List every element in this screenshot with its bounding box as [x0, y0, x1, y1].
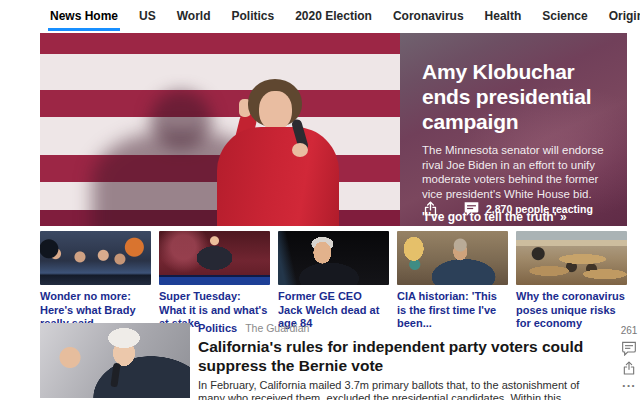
speaker-red-outfit — [217, 127, 339, 226]
hero-text-panel: Amy Klobuchar ends presidential campaign… — [400, 33, 627, 226]
share-icon[interactable] — [621, 360, 637, 376]
story-card-brady[interactable]: Wonder no more: Here's what Brady really… — [40, 231, 151, 331]
nav-item-news-home[interactable]: News Home — [50, 9, 118, 23]
nav-item-coronavirus[interactable]: Coronavirus — [393, 9, 464, 23]
story-thumb-biden-rally-photo — [159, 231, 270, 285]
reaction-counter[interactable]: 2,870 people reacting — [463, 201, 593, 216]
story-thumb-welch-photo — [278, 231, 389, 285]
story-card-cia-historian[interactable]: CIA historian: 'This is the first time I… — [397, 231, 508, 331]
more-options-button[interactable]: ... — [622, 378, 636, 388]
hero-headline[interactable]: Amy Klobuchar ends presidential campaign — [422, 59, 609, 134]
story-card-jack-welch[interactable]: Former GE CEO Jack Welch dead at age 84 — [278, 231, 389, 331]
hero-summary: The Minnesota senator will endorse rival… — [422, 143, 609, 201]
story-thumb-crowd-photo — [40, 231, 151, 285]
article-category-link[interactable]: Politics — [198, 322, 237, 334]
nav-item-health[interactable]: Health — [485, 9, 522, 23]
article-text-block: Politics The Guardian California's rules… — [198, 322, 596, 400]
nav-item-science[interactable]: Science — [542, 9, 587, 23]
nav-item-politics[interactable]: Politics — [231, 9, 274, 23]
article-meta: Politics The Guardian — [198, 322, 596, 334]
story-thumb-historian-photo — [397, 231, 508, 285]
article-body-preview: In February, California mailed 3.7m prim… — [198, 379, 596, 400]
story-card-super-tuesday[interactable]: Super Tuesday: What it is and what's at … — [159, 231, 270, 331]
story-card-coronavirus-economy[interactable]: Why the coronavirus poses unique risks f… — [516, 231, 627, 331]
hero-footer: 2,870 people reacting — [422, 200, 593, 217]
story-thumb-restaurant-photo — [516, 231, 627, 285]
article-action-rail: 261 ... — [616, 325, 640, 388]
top-nav: News Home US World Politics 2020 Electio… — [50, 0, 640, 32]
article-headline[interactable]: California's rules for independent party… — [198, 338, 596, 375]
hero-photo-flag-backdrop — [40, 33, 400, 226]
article-thumb-sanders-photo[interactable] — [40, 323, 190, 398]
speaker-face — [259, 91, 292, 130]
speaker-mic-hand — [292, 143, 308, 157]
microphone-icon — [110, 363, 120, 388]
reaction-count-label: 2,870 people reacting — [486, 203, 593, 215]
nav-item-world[interactable]: World — [177, 9, 211, 23]
hero-story-card[interactable]: Amy Klobuchar ends presidential campaign… — [40, 33, 627, 226]
nav-item-originals[interactable]: Originals — [609, 9, 640, 23]
comment-bubble-icon — [463, 201, 480, 216]
article-source-label: The Guardian — [245, 322, 309, 334]
nav-item-us[interactable]: US — [139, 9, 156, 23]
comment-bubble-icon[interactable] — [621, 340, 637, 356]
story-strip: Wonder no more: Here's what Brady really… — [40, 231, 627, 331]
feed-article: Politics The Guardian California's rules… — [40, 322, 640, 400]
comment-count: 261 — [621, 325, 638, 336]
nav-item-2020-election[interactable]: 2020 Election — [295, 9, 372, 23]
share-icon[interactable] — [422, 200, 439, 217]
